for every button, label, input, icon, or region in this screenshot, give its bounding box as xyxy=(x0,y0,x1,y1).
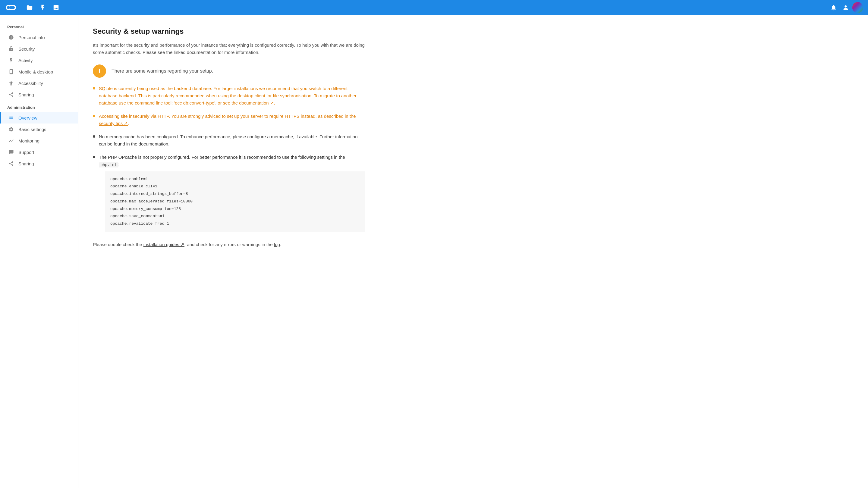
intro-text: It's important for the security and perf… xyxy=(93,41,365,56)
sidebar-item-overview[interactable]: Overview xyxy=(0,112,78,124)
bullet-icon xyxy=(93,115,95,117)
sidebar-item-support[interactable]: Support xyxy=(0,147,78,158)
contacts-icon[interactable] xyxy=(840,2,851,13)
warning-banner-text: There are some warnings regarding your s… xyxy=(112,68,213,74)
warning-item-sqlite: SQLite is currently being used as the ba… xyxy=(93,85,365,107)
code-php-ini: php.ini xyxy=(99,162,119,167)
sidebar-item-label: Sharing xyxy=(19,161,34,166)
notifications-icon[interactable] xyxy=(828,2,839,13)
svg-point-6 xyxy=(852,2,863,13)
warning-item-http: Accessing site insecurely via HTTP. You … xyxy=(93,113,365,127)
sidebar-admin-label: Administration xyxy=(0,100,78,112)
bullet-icon xyxy=(93,156,95,158)
install-guides-link[interactable]: installation guides ↗ xyxy=(144,242,184,247)
sharing-icon xyxy=(8,92,14,97)
sidebar-item-monitoring[interactable]: Monitoring xyxy=(0,135,78,147)
log-link[interactable]: log xyxy=(274,242,280,247)
layout: Personal Personal info Security Activity… xyxy=(0,15,868,488)
sidebar-item-label: Security xyxy=(19,46,35,52)
support-icon xyxy=(8,150,14,155)
nav-app-icons xyxy=(24,2,61,13)
activity-icon xyxy=(8,58,14,63)
sidebar-personal-label: Personal xyxy=(0,20,78,32)
sidebar-item-label: Basic settings xyxy=(19,127,46,132)
topnav-right xyxy=(828,2,863,13)
bullet-icon xyxy=(93,87,95,90)
warning-text-http: Accessing site insecurely via HTTP. You … xyxy=(99,113,365,127)
sharing-admin-icon xyxy=(8,161,14,166)
warning-banner: ! There are some warnings regarding your… xyxy=(93,64,365,78)
warning-item-memcache: No memory cache has been configured. To … xyxy=(93,133,365,148)
page-title: Security & setup warnings xyxy=(93,27,365,36)
sidebar-item-label: Overview xyxy=(19,116,37,121)
settings-icon xyxy=(8,127,14,132)
sidebar-item-label: Personal info xyxy=(19,35,45,40)
warning-text-memcache: No memory cache has been configured. To … xyxy=(99,133,365,148)
accessibility-icon xyxy=(8,80,14,86)
sidebar-item-sharing-personal[interactable]: Sharing xyxy=(0,89,78,100)
footer-text: Please double check the installation gui… xyxy=(93,241,365,248)
svg-point-5 xyxy=(9,6,12,9)
bullet-icon xyxy=(93,135,95,138)
lock-icon xyxy=(8,46,14,52)
warning-text-opcache: The PHP OPcache is not properly configur… xyxy=(99,154,365,235)
photos-icon[interactable] xyxy=(51,2,61,13)
main-content: Security & setup warnings It's important… xyxy=(79,15,380,488)
sidebar-item-label: Mobile & desktop xyxy=(19,69,53,74)
memcache-docs-link[interactable]: documentation xyxy=(138,141,168,147)
sidebar-item-mobile-desktop[interactable]: Mobile & desktop xyxy=(0,66,78,77)
avatar[interactable] xyxy=(852,2,863,13)
warnings-list: SQLite is currently being used as the ba… xyxy=(93,85,365,235)
sidebar-item-label: Activity xyxy=(19,58,33,63)
sidebar-item-accessibility[interactable]: Accessibility xyxy=(0,77,78,89)
warning-item-opcache: The PHP OPcache is not properly configur… xyxy=(93,154,365,235)
monitoring-icon xyxy=(8,138,14,143)
sidebar-item-activity[interactable]: Activity xyxy=(0,55,78,66)
activity-nav-icon[interactable] xyxy=(37,2,48,13)
sidebar-item-personal-info[interactable]: Personal info xyxy=(0,32,78,43)
warning-icon: ! xyxy=(93,64,106,78)
sidebar-item-basic-settings[interactable]: Basic settings xyxy=(0,124,78,135)
sidebar-item-security[interactable]: Security xyxy=(0,43,78,55)
opcache-link[interactable]: For better performance it is recommended xyxy=(191,155,276,160)
security-tips-link[interactable]: security tips ↗ xyxy=(99,121,128,126)
sidebar-item-label: Accessibility xyxy=(19,81,43,86)
info-icon xyxy=(8,35,14,40)
sidebar-item-sharing-admin[interactable]: Sharing xyxy=(0,158,78,169)
sidebar-item-label: Monitoring xyxy=(19,138,39,143)
opcache-code-block: opcache.enable=1 opcache.enable_cli=1 op… xyxy=(105,171,365,232)
mobile-icon xyxy=(8,69,14,74)
overview-icon xyxy=(8,115,14,121)
sidebar-item-label: Support xyxy=(19,150,34,155)
app-logo[interactable] xyxy=(5,1,17,13)
warning-text-sqlite: SQLite is currently being used as the ba… xyxy=(99,85,365,107)
sqlite-docs-link[interactable]: documentation ↗ xyxy=(239,100,274,105)
sidebar: Personal Personal info Security Activity… xyxy=(0,15,79,488)
files-icon[interactable] xyxy=(24,2,35,13)
sidebar-item-label: Sharing xyxy=(19,92,34,97)
top-navigation xyxy=(0,0,868,15)
